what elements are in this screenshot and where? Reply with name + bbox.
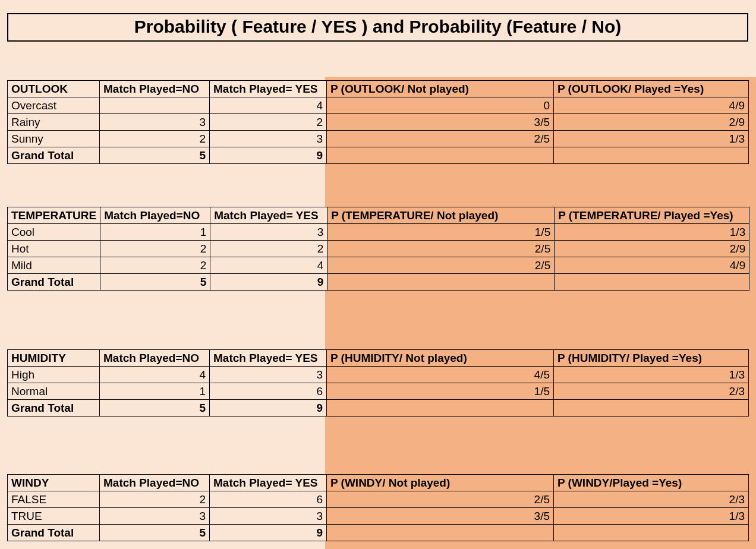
page-title: Probability ( Feature / YES ) and Probab… [7, 13, 748, 42]
cell-no: 5 [100, 400, 210, 417]
row-label: Grand Total [8, 525, 100, 541]
cell-pyes [554, 147, 749, 164]
cell-yes: 9 [210, 274, 327, 291]
cell-yes: 9 [210, 400, 327, 417]
feature-header: OUTLOOK [8, 81, 100, 97]
cell-pyes: 2/3 [554, 491, 749, 508]
cell-yes: 3 [210, 367, 327, 383]
cell-yes: 4 [210, 257, 327, 274]
cell-no: 1 [100, 383, 210, 400]
cell-pno [327, 274, 555, 291]
cell-pyes: 4/9 [554, 97, 749, 114]
table-row: Mild242/54/9 [8, 257, 749, 274]
no-header: Match Played=NO [100, 81, 210, 97]
no-header: Match Played=NO [100, 207, 210, 224]
p-yes-header: P (WINDY/Played =Yes) [554, 475, 749, 491]
grand-total-row: Grand Total59 [8, 147, 749, 164]
row-label: Overcast [8, 97, 100, 114]
cell-no: 4 [100, 367, 210, 383]
cell-pyes: 1/3 [554, 367, 749, 383]
cell-no: 5 [100, 274, 210, 291]
cell-pno [327, 525, 554, 541]
cell-pyes: 2/3 [554, 383, 749, 400]
yes-header: Match Played= YES [210, 350, 327, 367]
feature-header: WINDY [8, 475, 100, 491]
row-label: Cool [8, 224, 100, 241]
p-no-header: P (OUTLOOK/ Not played) [327, 81, 554, 97]
cell-pno: 4/5 [327, 367, 554, 383]
cell-pyes: 4/9 [555, 257, 749, 274]
table-row: Rainy323/52/9 [8, 114, 749, 131]
cell-pyes: 2/9 [554, 114, 749, 131]
feature-header: HUMIDITY [8, 350, 100, 367]
cell-pyes [554, 400, 749, 417]
table-row: Overcast404/9 [8, 97, 749, 114]
cell-pyes [555, 274, 749, 291]
yes-header: Match Played= YES [210, 475, 327, 491]
cell-pno [327, 147, 554, 164]
row-label: Grand Total [8, 274, 100, 291]
cell-pno: 2/5 [327, 257, 555, 274]
table-header-row: WINDY Match Played=NO Match Played= YES … [8, 475, 749, 491]
cell-yes: 6 [210, 491, 327, 508]
cell-yes: 2 [210, 241, 327, 257]
windy-table: WINDY Match Played=NO Match Played= YES … [7, 474, 749, 541]
feature-header: TEMPERATURE [8, 207, 100, 224]
p-yes-header: P (HUMIDITY/ Played =Yes) [554, 350, 749, 367]
cell-pno [327, 400, 554, 417]
cell-no [100, 97, 210, 114]
yes-header: Match Played= YES [210, 81, 327, 97]
cell-no: 1 [100, 224, 210, 241]
cell-pno: 2/5 [327, 131, 554, 147]
cell-pno: 3/5 [327, 508, 554, 525]
cell-yes: 6 [210, 383, 327, 400]
cell-yes: 3 [210, 508, 327, 525]
cell-no: 3 [100, 508, 210, 525]
outlook-table: OUTLOOK Match Played=NO Match Played= YE… [7, 80, 749, 164]
table-row: Cool131/51/3 [8, 224, 749, 241]
cell-yes: 3 [210, 224, 327, 241]
table-header-row: OUTLOOK Match Played=NO Match Played= YE… [8, 81, 749, 97]
cell-pno: 2/5 [327, 491, 554, 508]
humidity-table: HUMIDITY Match Played=NO Match Played= Y… [7, 349, 749, 417]
cell-yes: 4 [210, 97, 327, 114]
cell-pno: 3/5 [327, 114, 554, 131]
cell-pyes: 1/3 [554, 131, 749, 147]
row-label: Grand Total [8, 147, 100, 164]
cell-no: 2 [100, 131, 210, 147]
row-label: Normal [8, 383, 100, 400]
table-row: Normal161/52/3 [8, 383, 749, 400]
cell-no: 5 [100, 525, 210, 541]
cell-pno: 0 [327, 97, 554, 114]
row-label: Rainy [8, 114, 100, 131]
cell-no: 3 [100, 114, 210, 131]
cell-pyes [554, 525, 749, 541]
cell-pno: 1/5 [327, 383, 554, 400]
row-label: Hot [8, 241, 100, 257]
table-header-row: TEMPERATURE Match Played=NO Match Played… [8, 207, 749, 224]
grand-total-row: Grand Total59 [8, 525, 749, 541]
row-label: High [8, 367, 100, 383]
no-header: Match Played=NO [100, 350, 210, 367]
cell-no: 5 [100, 147, 210, 164]
cell-pno: 2/5 [327, 241, 555, 257]
row-label: Mild [8, 257, 100, 274]
table-row: Sunny232/51/3 [8, 131, 749, 147]
table-row: TRUE333/51/3 [8, 508, 749, 525]
grand-total-row: Grand Total59 [8, 274, 749, 291]
cell-yes: 9 [210, 525, 327, 541]
table-row: FALSE262/52/3 [8, 491, 749, 508]
table-row: High434/51/3 [8, 367, 749, 383]
cell-no: 2 [100, 257, 210, 274]
table-header-row: HUMIDITY Match Played=NO Match Played= Y… [8, 350, 749, 367]
cell-yes: 2 [210, 114, 327, 131]
row-label: Grand Total [8, 400, 100, 417]
cell-pno: 1/5 [327, 224, 555, 241]
row-label: TRUE [8, 508, 100, 525]
table-row: Hot222/52/9 [8, 241, 749, 257]
cell-no: 2 [100, 241, 210, 257]
yes-header: Match Played= YES [210, 207, 327, 224]
no-header: Match Played=NO [100, 475, 210, 491]
p-no-header: P (TEMPERATURE/ Not played) [327, 207, 555, 224]
cell-no: 2 [100, 491, 210, 508]
